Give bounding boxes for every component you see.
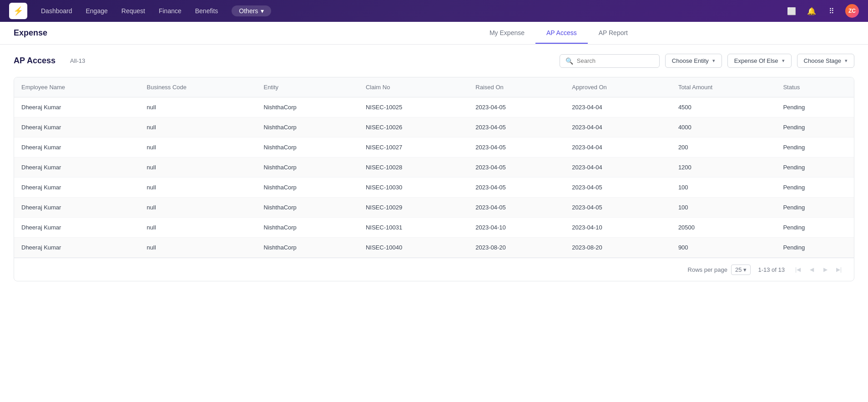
cell-status: Pending	[776, 238, 854, 258]
table-row[interactable]: Dheeraj KumarnullNishthaCorpNISEC-100302…	[14, 178, 854, 198]
cell-status: Pending	[776, 198, 854, 218]
window-icon[interactable]: ⬜	[785, 5, 798, 17]
table-row[interactable]: Dheeraj KumarnullNishthaCorpNISEC-100312…	[14, 218, 854, 238]
cell-status: Pending	[776, 137, 854, 158]
sub-header: Expense My Expense AP Access AP Report	[0, 22, 868, 45]
col-employee-name: Employee Name	[14, 77, 140, 97]
cell-approved-on: 2023-04-05	[565, 198, 671, 218]
table-footer: Rows per page 25 ▾ 1-13 of 13 |◀ ◀ ▶ ▶|	[14, 258, 854, 281]
rows-per-page-value: 25	[735, 266, 742, 273]
cell-employee-name: Dheeraj Kumar	[14, 117, 140, 137]
col-claim-no: Claim No	[358, 77, 468, 97]
nav-others[interactable]: Others ▾	[232, 5, 271, 16]
tab-ap-access[interactable]: AP Access	[535, 23, 588, 44]
col-status: Status	[776, 77, 854, 97]
logo-icon: ⚡	[13, 6, 23, 16]
cell-entity: NishthaCorp	[257, 238, 358, 258]
grid-icon[interactable]: ⠿	[825, 5, 838, 17]
cell-approved-on: 2023-04-04	[565, 137, 671, 158]
cell-employee-name: Dheeraj Kumar	[14, 137, 140, 158]
cell-raised-on: 2023-04-05	[468, 97, 565, 117]
cell-business-code: null	[140, 117, 257, 137]
table-row[interactable]: Dheeraj KumarnullNishthaCorpNISEC-100272…	[14, 137, 854, 158]
first-page-button[interactable]: |◀	[792, 264, 804, 275]
cell-employee-name: Dheeraj Kumar	[14, 238, 140, 258]
cell-entity: NishthaCorp	[257, 218, 358, 238]
section-title: AP Access	[14, 56, 56, 66]
expense-of-else-dropdown[interactable]: Expense Of Else ▾	[727, 54, 792, 68]
pagination-buttons: |◀ ◀ ▶ ▶|	[792, 264, 845, 275]
cell-business-code: null	[140, 178, 257, 198]
cell-business-code: null	[140, 198, 257, 218]
col-approved-on: Approved On	[565, 77, 671, 97]
chevron-down-icon: ▾	[845, 58, 848, 64]
nav-request[interactable]: Request	[121, 5, 145, 16]
cell-raised-on: 2023-04-05	[468, 158, 565, 178]
cell-approved-on: 2023-04-04	[565, 97, 671, 117]
chevron-down-icon: ▾	[782, 58, 785, 64]
search-input[interactable]	[577, 57, 654, 64]
cell-raised-on: 2023-04-05	[468, 137, 565, 158]
cell-employee-name: Dheeraj Kumar	[14, 97, 140, 117]
cell-raised-on: 2023-04-05	[468, 198, 565, 218]
page-title: Expense	[14, 28, 47, 38]
cell-total-amount: 900	[671, 238, 776, 258]
table-row[interactable]: Dheeraj KumarnullNishthaCorpNISEC-100252…	[14, 97, 854, 117]
tab-my-expense[interactable]: My Expense	[479, 23, 535, 44]
table-row[interactable]: Dheeraj KumarnullNishthaCorpNISEC-100402…	[14, 238, 854, 258]
nav-right: ⬜ 🔔 ⠿ ZC	[785, 4, 859, 18]
logo[interactable]: ⚡	[9, 3, 27, 19]
cell-total-amount: 4500	[671, 97, 776, 117]
cell-employee-name: Dheeraj Kumar	[14, 178, 140, 198]
col-raised-on: Raised On	[468, 77, 565, 97]
cell-status: Pending	[776, 117, 854, 137]
cell-approved-on: 2023-04-04	[565, 158, 671, 178]
cell-total-amount: 4000	[671, 117, 776, 137]
cell-entity: NishthaCorp	[257, 178, 358, 198]
nav-finance[interactable]: Finance	[159, 5, 182, 16]
search-box[interactable]: 🔍	[560, 54, 660, 68]
cell-claim-no: NISEC-10030	[358, 178, 468, 198]
chevron-down-icon: ▾	[712, 58, 715, 64]
cell-claim-no: NISEC-10028	[358, 158, 468, 178]
cell-total-amount: 100	[671, 198, 776, 218]
prev-page-button[interactable]: ◀	[806, 264, 818, 275]
cell-business-code: null	[140, 97, 257, 117]
tab-ap-report[interactable]: AP Report	[588, 23, 639, 44]
table-row[interactable]: Dheeraj KumarnullNishthaCorpNISEC-100282…	[14, 158, 854, 178]
cell-business-code: null	[140, 137, 257, 158]
cell-status: Pending	[776, 218, 854, 238]
choose-stage-dropdown[interactable]: Choose Stage ▾	[797, 54, 854, 68]
nav-dashboard[interactable]: Dashboard	[41, 5, 72, 16]
col-total-amount: Total Amount	[671, 77, 776, 97]
nav-engage[interactable]: Engage	[86, 5, 108, 16]
toolbar: AP Access All-13 🔍 Choose Entity ▾ Expen…	[14, 54, 854, 68]
cell-approved-on: 2023-08-20	[565, 238, 671, 258]
cell-total-amount: 20500	[671, 218, 776, 238]
bell-icon[interactable]: 🔔	[805, 5, 818, 17]
cell-entity: NishthaCorp	[257, 117, 358, 137]
cell-claim-no: NISEC-10029	[358, 198, 468, 218]
cell-employee-name: Dheeraj Kumar	[14, 218, 140, 238]
cell-entity: NishthaCorp	[257, 198, 358, 218]
top-nav: ⚡ Dashboard Engage Request Finance Benef…	[0, 0, 868, 22]
cell-approved-on: 2023-04-10	[565, 218, 671, 238]
chevron-down-icon: ▾	[261, 7, 264, 15]
cell-entity: NishthaCorp	[257, 137, 358, 158]
next-page-button[interactable]: ▶	[819, 264, 831, 275]
chevron-down-icon: ▾	[743, 266, 747, 273]
rows-per-page-select[interactable]: 25 ▾	[731, 265, 751, 275]
last-page-button[interactable]: ▶|	[833, 264, 845, 275]
nav-benefits[interactable]: Benefits	[195, 5, 218, 16]
table-row[interactable]: Dheeraj KumarnullNishthaCorpNISEC-100292…	[14, 198, 854, 218]
cell-entity: NishthaCorp	[257, 158, 358, 178]
cell-status: Pending	[776, 158, 854, 178]
table-row[interactable]: Dheeraj KumarnullNishthaCorpNISEC-100262…	[14, 117, 854, 137]
cell-employee-name: Dheeraj Kumar	[14, 198, 140, 218]
nav-links: Dashboard Engage Request Finance Benefit…	[41, 5, 785, 16]
choose-entity-dropdown[interactable]: Choose Entity ▾	[665, 54, 722, 68]
cell-total-amount: 200	[671, 137, 776, 158]
col-business-code: Business Code	[140, 77, 257, 97]
avatar[interactable]: ZC	[845, 4, 859, 18]
cell-status: Pending	[776, 178, 854, 198]
